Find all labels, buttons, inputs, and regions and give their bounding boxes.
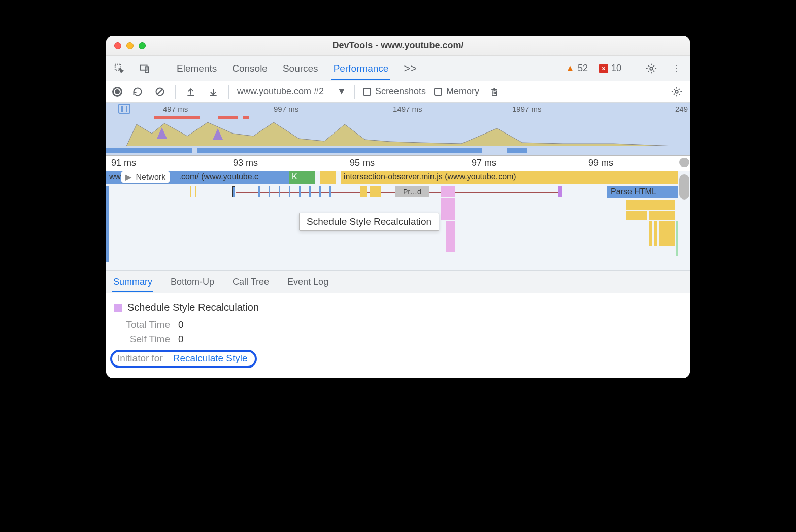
garbage-collect-icon[interactable]: [487, 85, 502, 99]
tab-sources[interactable]: Sources: [281, 57, 320, 80]
tab-summary[interactable]: Summary: [112, 272, 153, 292]
overview-tick: 1497 ms: [393, 105, 422, 113]
initiator-highlight: Initiator for Recalculate Style: [110, 350, 257, 368]
svg-rect-1: [141, 65, 147, 70]
event-color-swatch: [114, 304, 122, 312]
memory-checkbox[interactable]: Memory: [434, 86, 479, 97]
flame-span[interactable]: [297, 171, 303, 184]
checkbox-box: [434, 88, 442, 96]
svg-line-5: [157, 89, 162, 94]
main-tabs: Elements Console Sources Performance >> …: [106, 56, 690, 81]
screenshots-checkbox[interactable]: Screenshots: [363, 86, 426, 97]
network-track-toggle[interactable]: ▶ Network: [121, 171, 170, 183]
flame-span[interactable]: intersection-observer.min.js (www.youtub…: [341, 171, 678, 184]
chevron-right-icon: ▶: [125, 173, 131, 181]
record-button[interactable]: [112, 87, 122, 97]
window-controls: [114, 42, 146, 49]
perf-settings-icon[interactable]: [670, 85, 684, 99]
separator: [354, 85, 355, 99]
overview-tick: 249: [675, 105, 688, 113]
reload-icon[interactable]: [130, 85, 145, 99]
svg-point-3: [650, 67, 653, 70]
settings-icon[interactable]: [644, 61, 658, 76]
warnings-badge[interactable]: ▲ 52: [566, 63, 588, 74]
titlebar: DevTools - www.youtube.com/: [106, 36, 690, 56]
flame-chart[interactable]: ww .com/ (www.youtube.c K intersection-o…: [106, 171, 690, 270]
tab-bottom-up[interactable]: Bottom-Up: [170, 272, 215, 292]
separator: [175, 85, 176, 99]
checkbox-box: [363, 88, 371, 96]
separator: [228, 85, 229, 99]
total-time-value: 0: [178, 319, 184, 330]
kebab-menu-icon[interactable]: ⋮: [670, 61, 684, 76]
close-window-button[interactable]: [114, 42, 121, 49]
window-title: DevTools - www.youtube.com/: [332, 40, 463, 51]
tab-event-log[interactable]: Event Log: [286, 272, 329, 292]
upload-icon[interactable]: [184, 85, 198, 99]
performance-toolbar: www.youtube.com #2 ▼ Screenshots Memory: [106, 81, 690, 103]
scrollbar-thumb[interactable]: [679, 158, 689, 167]
trace-context-select[interactable]: www.youtube.com #2 ▼: [237, 86, 346, 97]
device-toggle-icon[interactable]: [138, 61, 152, 76]
flame-span[interactable]: [329, 171, 336, 184]
tab-elements[interactable]: Elements: [175, 57, 219, 80]
flame-span-parse-html[interactable]: Parse HTML: [607, 186, 678, 198]
clear-icon[interactable]: [153, 85, 167, 99]
flame-span[interactable]: K: [289, 171, 297, 184]
flame-span[interactable]: [303, 171, 309, 184]
detail-time-axis: 91 ms 93 ms 95 ms 97 ms 99 ms: [106, 156, 690, 171]
inspect-icon[interactable]: [112, 61, 126, 76]
self-time-value: 0: [178, 334, 184, 345]
devtools-window: DevTools - www.youtube.com/ Elements Con…: [106, 36, 690, 378]
separator: [633, 61, 633, 76]
summary-panel: Schedule Style Recalculation Total Time …: [106, 293, 690, 378]
separator: [163, 61, 163, 76]
flame-tooltip: Schedule Style Recalculation: [299, 213, 439, 231]
self-time-label: Self Time: [114, 334, 170, 345]
scrollbar-thumb[interactable]: [679, 174, 689, 200]
error-icon: ×: [599, 64, 608, 73]
tab-console[interactable]: Console: [230, 57, 270, 80]
warning-icon: ▲: [566, 63, 575, 74]
total-time-label: Total Time: [114, 319, 170, 330]
tab-call-tree[interactable]: Call Tree: [231, 272, 270, 292]
tabs-overflow[interactable]: >>: [402, 56, 419, 81]
svg-point-10: [675, 90, 678, 93]
flame-span[interactable]: [309, 171, 315, 184]
flame-span[interactable]: Pr…d: [395, 186, 429, 197]
overview-tick: 497 ms: [163, 105, 188, 113]
overview-timeline[interactable]: 497 ms 997 ms 1497 ms 1997 ms 249 CPU NE…: [106, 103, 690, 156]
errors-badge[interactable]: × 10: [599, 63, 621, 74]
flame-span[interactable]: [320, 171, 329, 184]
chevron-down-icon: ▼: [337, 86, 346, 97]
overview-tick: 997 ms: [274, 105, 298, 113]
initiator-link[interactable]: Recalculate Style: [173, 353, 248, 364]
bottom-tabs: Summary Bottom-Up Call Tree Event Log: [106, 270, 690, 293]
event-name: Schedule Style Recalculation: [127, 302, 259, 313]
download-icon[interactable]: [206, 85, 220, 99]
tab-performance[interactable]: Performance: [331, 57, 391, 80]
overview-tick: 1997 ms: [512, 105, 542, 113]
minimize-window-button[interactable]: [126, 42, 134, 49]
selection-handle[interactable]: [118, 104, 130, 114]
maximize-window-button[interactable]: [139, 42, 146, 49]
initiator-label: Initiator for: [117, 353, 163, 364]
